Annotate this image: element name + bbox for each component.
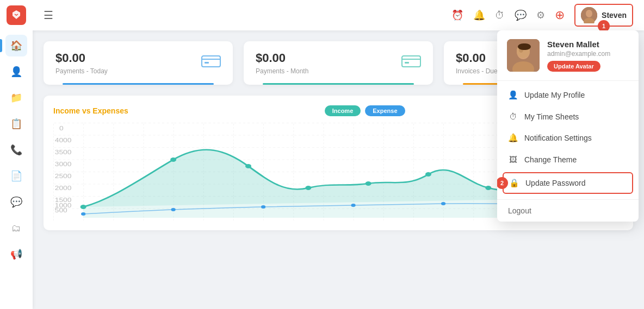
svg-point-30 [81, 212, 85, 216]
dropdown-item-timesheets[interactable]: ⏱ My Time Sheets [497, 106, 639, 127]
avatar [581, 7, 597, 23]
dropdown-item-notifications-label: Notification Settings [524, 134, 592, 142]
phone-icon: 📞 [10, 144, 22, 156]
sidebar-item-stack[interactable]: 🗂 [5, 217, 27, 239]
sidebar: 🏠 👤 📁 📋 📞 📄 💬 🗂 📢 [0, 0, 33, 309]
header-right: ⏰ 🔔 ⏱ 💬 ⚙ ⊕ [451, 4, 633, 27]
dropdown-item-password-wrap: 🔒 Update Password 2 [497, 170, 639, 196]
dropdown-item-profile-label: Update My Profile [524, 91, 585, 99]
stat-info-invoices: $0.00 Invoices - Due [456, 51, 498, 75]
svg-point-23 [245, 164, 251, 168]
announce-icon: 📢 [10, 248, 22, 260]
svg-point-22 [170, 157, 176, 162]
svg-point-33 [351, 204, 355, 207]
bell-icon-wrap: 🔔 [473, 9, 485, 21]
document-icon: 📄 [10, 170, 22, 182]
home-icon: 🏠 [10, 40, 22, 52]
sidebar-item-announce[interactable]: 📢 [5, 243, 27, 265]
svg-point-24 [305, 186, 311, 190]
svg-point-21 [81, 205, 86, 209]
svg-point-25 [366, 181, 371, 186]
dropdown-item-notifications[interactable]: 🔔 Notification Settings [497, 127, 639, 149]
chat-sidebar-icon: 💬 [10, 196, 22, 208]
dropdown-user-email: admin@example.com [547, 50, 629, 58]
svg-point-32 [261, 205, 265, 209]
stat-value-month: $0.00 [256, 51, 308, 65]
svg-point-34 [441, 202, 445, 205]
stat-label-month: Payments - Month [256, 67, 308, 75]
user-name-label: Steven [602, 11, 627, 20]
dropdown-user-name: Steven Mallet [547, 40, 629, 49]
add-circle-icon-wrap: ⊕ [555, 8, 565, 22]
stat-info-today: $0.00 Payments - Today [55, 51, 108, 75]
svg-rect-45 [518, 43, 531, 50]
chat-header-icon[interactable]: 💬 [515, 9, 527, 21]
svg-text:500: 500 [55, 207, 67, 214]
clock-icon[interactable]: ⏱ [495, 10, 505, 21]
svg-rect-8 [405, 62, 409, 64]
dropdown-avatar [507, 39, 540, 72]
sidebar-item-home[interactable]: 🏠 [5, 35, 27, 56]
folder-icon: 📁 [10, 92, 22, 104]
theme-menu-icon: 🖼 [508, 155, 518, 164]
sidebar-item-phone[interactable]: 📞 [5, 139, 27, 161]
sidebar-item-document[interactable]: 📄 [5, 165, 27, 187]
settings-icon[interactable]: ⚙ [536, 9, 545, 21]
stat-card-today: $0.00 Payments - Today [44, 41, 233, 85]
dropdown-profile-section: Steven Mallet admin@example.com Update A… [497, 30, 639, 81]
update-avatar-button[interactable]: Update Avatar [547, 61, 600, 72]
expense-badge: Expense [365, 105, 405, 116]
dropdown-item-password-label: Update Password [525, 179, 586, 187]
alarm-icon[interactable]: ⏰ [451, 9, 463, 21]
user-dropdown: Steven Mallet admin@example.com Update A… [497, 30, 639, 222]
alarm-icon-wrap: ⏰ [451, 9, 463, 21]
header-left: ☰ [44, 9, 53, 22]
list-icon: 📋 [10, 118, 22, 130]
app-logo[interactable] [7, 5, 26, 25]
dropdown-items-list: 👤 Update My Profile ⏱ My Time Sheets 🔔 N… [497, 81, 639, 199]
notifications-menu-icon: 🔔 [508, 133, 518, 143]
stack-icon: 🗂 [11, 223, 21, 234]
svg-text:2500: 2500 [55, 173, 72, 180]
profile-menu-icon: 👤 [508, 90, 518, 100]
income-badge: Income [325, 105, 361, 116]
svg-rect-6 [402, 56, 420, 67]
dropdown-item-password[interactable]: 🔒 Update Password 2 [503, 172, 633, 194]
sidebar-item-user[interactable]: 👤 [5, 61, 27, 83]
dropdown-item-theme-label: Change Theme [524, 155, 577, 164]
svg-point-26 [425, 172, 431, 176]
chart-title: Income vs Expenses [53, 106, 128, 115]
svg-text:3500: 3500 [55, 149, 72, 156]
svg-text:2000: 2000 [55, 185, 72, 192]
sidebar-item-chat[interactable]: 💬 [5, 191, 27, 213]
svg-text:0: 0 [59, 125, 64, 132]
sidebar-item-list[interactable]: 📋 [5, 113, 27, 135]
svg-rect-3 [202, 56, 220, 67]
svg-point-27 [485, 186, 491, 190]
stat-info-month: $0.00 Payments - Month [256, 51, 308, 75]
svg-point-1 [586, 10, 592, 17]
settings-icon-wrap: ⚙ [536, 9, 545, 21]
stat-value-today: $0.00 [55, 51, 108, 65]
user-icon: 👤 [10, 66, 22, 78]
password-menu-icon: 🔒 [509, 178, 519, 188]
dropdown-user-info: Steven Mallet admin@example.com Update A… [547, 40, 629, 72]
chat-icon-wrap: 💬 [515, 9, 527, 21]
chart-badges: Income Expense [325, 105, 405, 116]
clock-icon-wrap: ⏱ [495, 10, 505, 21]
stat-icon-month [401, 54, 421, 73]
dropdown-item-theme[interactable]: 🖼 Change Theme [497, 149, 639, 170]
dropdown-item-profile[interactable]: 👤 Update My Profile [497, 84, 639, 106]
svg-text:3000: 3000 [55, 161, 72, 168]
menu-button[interactable]: ☰ [44, 9, 53, 22]
dropdown-item-timesheets-label: My Time Sheets [524, 112, 579, 121]
svg-text:4000: 4000 [55, 137, 72, 144]
timesheets-menu-icon: ⏱ [508, 112, 518, 121]
add-circle-icon[interactable]: ⊕ [555, 8, 565, 22]
logout-button[interactable]: Logout [497, 199, 639, 222]
stat-label-invoices: Invoices - Due [456, 67, 498, 75]
step2-badge: 2 [497, 177, 508, 189]
user-button-wrap: Steven 1 [574, 4, 633, 27]
bell-icon[interactable]: 🔔 [473, 9, 485, 21]
sidebar-item-folder[interactable]: 📁 [5, 87, 27, 109]
